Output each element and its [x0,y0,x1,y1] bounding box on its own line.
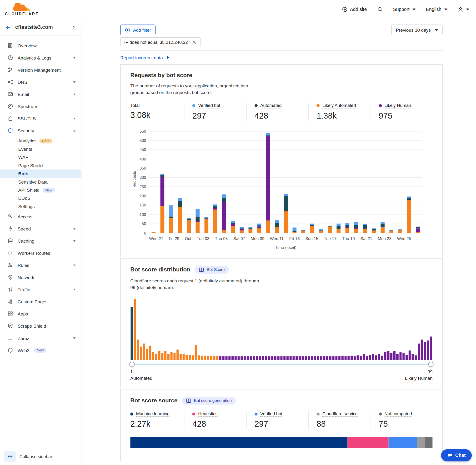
distribution-bar[interactable] [372,354,374,360]
distribution-bar[interactable] [186,355,188,360]
distribution-bar[interactable] [396,354,398,360]
sidebar-item-version-management[interactable]: Version Management [0,64,81,76]
sidebar-item-traffic[interactable]: Traffic [0,283,81,296]
sidebar-item-speed[interactable]: Speed [0,223,81,235]
sidebar-item-analytics[interactable]: AnalyticsBeta [0,137,81,145]
cloudflare-logo[interactable]: CLOUDFLARE [5,3,39,16]
distribution-bar[interactable] [329,356,331,360]
site-expand-button[interactable] [71,24,76,30]
chart-bar[interactable] [196,209,200,233]
distribution-bar[interactable] [280,356,282,360]
bot-score-badge[interactable]: Bot Score [195,266,229,274]
distribution-bar[interactable] [311,356,313,360]
sidebar-item-custom-pages[interactable]: Custom Pages [0,296,81,308]
distribution-bar[interactable] [308,356,310,360]
distribution-bar[interactable] [158,351,160,360]
chart-bar[interactable] [372,228,376,233]
distribution-bar[interactable] [176,350,179,360]
distribution-bar[interactable] [341,356,343,360]
chart-bar[interactable] [319,229,323,233]
distribution-bar[interactable] [228,356,231,360]
sidebar-item-dns[interactable]: DNS [0,76,81,88]
distribution-bar[interactable] [414,355,417,360]
report-incorrect-data-link[interactable]: Report incorrect data [120,55,171,60]
distribution-bar[interactable] [192,355,194,360]
distribution-bar[interactable] [399,352,402,360]
distribution-bar[interactable] [369,355,371,360]
distribution-bar[interactable] [326,356,328,360]
chart-bar[interactable] [222,195,226,233]
chart-bar[interactable] [407,196,411,233]
distribution-bar[interactable] [320,356,322,360]
distribution-bar[interactable] [198,355,200,360]
distribution-bar[interactable] [137,339,139,360]
distribution-bar[interactable] [253,356,255,360]
distribution-bar[interactable] [207,356,209,360]
distribution-bar[interactable] [292,356,295,360]
sidebar-item-bots[interactable]: Bots [0,169,81,178]
distribution-bar[interactable] [317,356,319,360]
distribution-bar[interactable] [167,354,169,360]
slider-track[interactable] [130,363,433,365]
distribution-bar[interactable] [243,356,246,360]
chart-bar[interactable] [337,223,340,233]
distribution-bar[interactable] [183,354,185,360]
distribution-bar[interactable] [299,356,301,360]
distribution-bar[interactable] [314,356,316,360]
distribution-bar[interactable] [213,356,215,360]
distribution-bar[interactable] [286,356,289,360]
chart-bar[interactable] [266,133,270,233]
sidebar-item-overview[interactable]: Overview [0,40,81,52]
distribution-bar[interactable] [375,355,377,360]
distribution-bar[interactable] [259,356,261,360]
sidebar-item-web3[interactable]: Web3New [0,344,81,356]
distribution-bar[interactable] [143,344,145,360]
distribution-bar[interactable] [131,307,133,360]
distribution-bar[interactable] [219,356,222,360]
chart-bar[interactable] [310,223,314,233]
chart-bar[interactable] [284,194,288,233]
chart-bar[interactable] [301,230,305,233]
account-menu[interactable] [458,6,469,12]
distribution-bar[interactable] [418,344,420,360]
sidebar-item-workers-routes[interactable]: Workers Routes [0,247,81,259]
collapse-sidebar-label[interactable]: Collapse sidebar [20,454,52,459]
distribution-bar[interactable] [338,356,340,360]
distribution-bar[interactable] [222,356,224,360]
sidebar-item-security[interactable]: Security [0,125,81,137]
distribution-bar[interactable] [170,352,173,360]
distribution-bar[interactable] [225,356,227,360]
chart-bar[interactable] [416,226,420,233]
distribution-bar[interactable] [305,356,307,360]
distribution-bar[interactable] [363,354,365,360]
language-menu[interactable]: English [426,7,447,12]
distribution-bar[interactable] [402,353,405,360]
distribution-bar[interactable] [161,353,163,360]
date-range-select[interactable]: Previous 30 days [391,24,443,35]
chart-bar[interactable] [345,223,349,233]
add-site-button[interactable]: Add site [342,6,367,12]
distribution-bar[interactable] [366,356,368,360]
distribution-bar[interactable] [265,356,267,360]
distribution-bar[interactable] [262,356,264,360]
slider-handle-max[interactable] [428,362,434,367]
chart-bar[interactable] [213,204,217,233]
distribution-bar[interactable] [283,356,286,360]
distribution-bar[interactable] [216,356,218,360]
chart-bar[interactable] [354,222,358,233]
chart-bar[interactable] [169,205,173,233]
sidebar-item-zaraz[interactable]: Zaraz [0,332,81,344]
distribution-bar[interactable] [290,356,292,360]
distribution-bar[interactable] [271,356,273,360]
distribution-bar[interactable] [348,356,349,360]
distribution-bar[interactable] [393,351,395,360]
chart-bar[interactable] [187,218,191,233]
sidebar-item-waf[interactable]: WAF [0,153,81,161]
settings-gear-button[interactable] [4,451,16,462]
remove-filter-button[interactable] [191,40,197,45]
sidebar-item-ddos[interactable]: DDoS [0,194,81,202]
distribution-bar[interactable] [421,339,423,360]
chart-bar[interactable] [178,198,182,233]
distribution-bar[interactable] [146,349,148,360]
distribution-bar[interactable] [381,356,383,360]
